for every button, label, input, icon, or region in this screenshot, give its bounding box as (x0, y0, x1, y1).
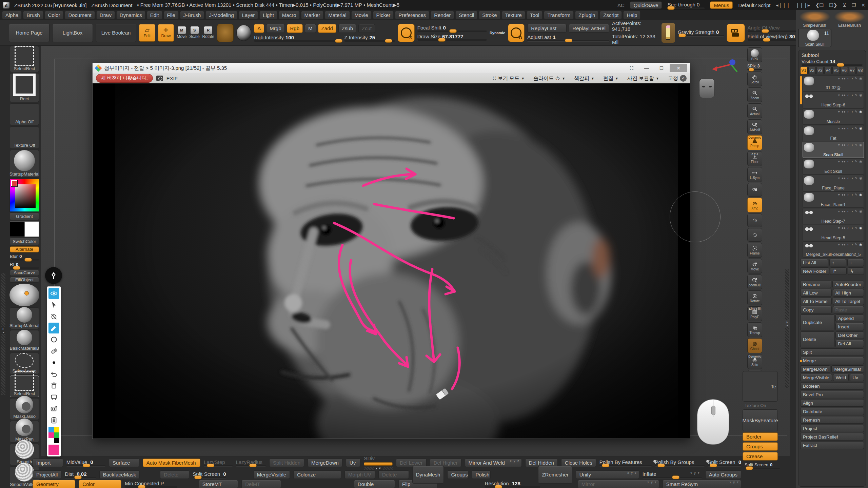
collapse-arrow-icon[interactable]: ▾ (838, 77, 840, 80)
auto-groups-button[interactable]: Auto Groups (705, 470, 741, 479)
list-all-button[interactable]: List All (800, 259, 828, 266)
paint-toggle-icon[interactable]: ●● (842, 126, 846, 130)
visibility-eye-icon[interactable]: ◉ (859, 193, 862, 197)
split-screen-slider-shelf[interactable]: Split Screen0 (743, 462, 780, 469)
draw-button[interactable]: ✛Draw (158, 24, 174, 42)
field-of-view-slider[interactable]: Field of view(deg)30 (748, 34, 803, 41)
color-button[interactable]: Color (79, 480, 121, 488)
visibility-eye-icon[interactable]: ◉ (859, 110, 862, 114)
selectrect-slot[interactable]: SelectRect (10, 46, 39, 72)
bevel-pro-button[interactable]: Bevel Pro (800, 391, 864, 398)
viewer-title-bar[interactable]: 첨부이미지 - 전달 > 5 이미지-3.png [21/52] - 꿀뷰 5.… (93, 63, 690, 73)
mask-by-feature-button[interactable]: MaskByFeature (743, 409, 778, 431)
menu-item-document[interactable]: Document (65, 11, 95, 19)
all-to-home-button[interactable]: All To Home (800, 298, 832, 305)
morph-uv-button[interactable]: Morph UV (344, 470, 375, 479)
menu-item-preferences[interactable]: Preferences (395, 11, 429, 19)
divider-icon[interactable]: ❮❏ (815, 2, 824, 8)
visibility-eye-icon[interactable]: ◉ (859, 93, 862, 97)
subtool-tab-v6[interactable]: V6 (841, 67, 848, 74)
uv-toggle-icon[interactable]: ◑ (851, 243, 853, 246)
uv-toggle-icon[interactable]: ◑ (851, 126, 853, 130)
paint-toggle-icon[interactable]: ●● (842, 110, 846, 114)
switchcolor-slot[interactable]: SwitchColor (10, 221, 39, 245)
visibility-eye-icon[interactable]: ◉ (859, 176, 862, 180)
menu-item-brush[interactable]: Brush (23, 11, 43, 19)
lazystep-slider[interactable]: LazyStep (204, 459, 233, 466)
extract-button[interactable]: Extract (800, 442, 864, 449)
new-version-badge[interactable]: 새 버전이 나왔습니다. (96, 74, 153, 83)
menu-item-color[interactable]: Color (45, 11, 64, 19)
rf-slot[interactable]: Rf0 (10, 262, 39, 269)
menu-item-zplugin[interactable]: Zplugin (575, 11, 598, 19)
collapse-arrow-icon[interactable]: ▾ (838, 143, 840, 147)
uv-toggle-icon[interactable]: ◑ (851, 209, 853, 213)
polish-by-groups-slider[interactable]: Polish By Groups (655, 459, 705, 466)
polyf-strip-button[interactable]: Line FillPolyF (747, 306, 762, 321)
actual-strip-button[interactable]: x1Actual (747, 103, 762, 118)
camlock-strip-button[interactable] (747, 183, 762, 197)
camera-icon[interactable] (727, 24, 745, 42)
weld-button[interactable]: Weld (833, 374, 849, 381)
rotate-strip-button[interactable]: Rotate (747, 290, 762, 305)
edit-button[interactable]: ▱Edit (139, 24, 155, 42)
gradient-button[interactable]: Gradient (10, 212, 39, 220)
selectrect-slot[interactable]: SelectRect (10, 375, 39, 397)
menu-item-help[interactable]: Help (623, 11, 640, 19)
zoom-strip-button[interactable]: Zoom (747, 87, 762, 102)
palette-color-1[interactable] (54, 427, 59, 432)
polypaint-brush-icon[interactable]: ✎ (855, 209, 857, 213)
annotation-pen-badge-icon[interactable] (45, 267, 62, 284)
projectall-button[interactable]: ProjectAll (33, 470, 61, 479)
shaded-toggle-icon[interactable]: ◐ (847, 77, 849, 80)
subtool-row-edit-skull[interactable]: ▾●●◐◑✎◉Edit Skull (803, 158, 864, 175)
polypaint-brush-icon[interactable]: ✎ (855, 110, 857, 114)
window-layout-icon[interactable]: ❏❯ (829, 2, 837, 8)
collapse-arrow-icon[interactable]: ▾ (838, 160, 840, 163)
cursor-icon[interactable] (48, 300, 59, 310)
menu-item-file[interactable]: File (164, 11, 179, 19)
viewer-minimize-button[interactable]: — (640, 64, 653, 72)
sdiv-slider[interactable]: SDiv▲▼ (364, 455, 393, 470)
collapse-arrow-icon[interactable]: ▾ (838, 226, 840, 230)
menus-button[interactable]: Menus (710, 1, 733, 9)
min-connected-p-slider[interactable]: Min Connected P (125, 481, 177, 488)
restore-button[interactable]: ❐ (852, 2, 856, 8)
startupmaterial-slot[interactable]: StartupMaterial (10, 307, 39, 329)
maskpen-slot[interactable]: MaskPen (10, 421, 39, 443)
zsub-chip[interactable]: Zsub (338, 24, 356, 33)
menu-item-alpha[interactable]: Alpha (2, 11, 22, 19)
light-placement-sphere[interactable] (9, 284, 39, 306)
basicmaterialb-slot[interactable]: BasicMaterialB (10, 330, 39, 352)
unify-button[interactable]: x y zUnify (576, 470, 639, 479)
viewer-image-area[interactable] (93, 83, 690, 439)
paint-toggle-icon[interactable]: ●● (842, 243, 846, 246)
move-button[interactable]: MMove (177, 26, 186, 39)
z-intensity-slider[interactable]: Z Intensity25 (344, 35, 395, 42)
uv-toggle-icon[interactable]: ◑ (851, 226, 853, 230)
polish-by-features-slider[interactable]: Polish By Features (599, 459, 652, 466)
paint-toggle-icon[interactable]: ●● (842, 209, 846, 213)
viewer-maximize-button[interactable]: ☐ (655, 64, 668, 72)
split-screen-slider[interactable]: Split Screen 0 (193, 471, 226, 478)
del-higher-button[interactable]: Del Higher (430, 459, 461, 467)
subtool-tab-v8[interactable]: V8 (856, 67, 864, 74)
l-sym-strip-button[interactable]: L.Sym (747, 167, 762, 182)
polish-button[interactable]: Polish (472, 470, 491, 479)
menu-item-texture[interactable]: Texture (502, 11, 525, 19)
rgb-intensity-slider[interactable]: Rgb Intensity100 (254, 35, 342, 42)
dynamic-label[interactable]: Dynamic (490, 31, 505, 35)
bpr-strip-button[interactable]: BPR (747, 47, 762, 62)
visibility-eye-icon[interactable]: ◉ (859, 126, 862, 130)
menu-item-material[interactable]: Material (325, 11, 350, 19)
current-annotation-color[interactable] (48, 445, 59, 455)
menu-item-j-modeling[interactable]: J-Modeling (205, 11, 237, 19)
paint-toggle-icon[interactable]: ●● (842, 193, 846, 197)
mirror-and-weld-button[interactable]: x y zMirror And Weld (465, 459, 522, 467)
exif-button[interactable]: EXIF (166, 76, 178, 81)
visibility-eye-icon[interactable]: ◉ (859, 160, 862, 163)
view-mode-menu[interactable]: ⛶보기 모드▼ (493, 75, 525, 82)
polypaint-brush-icon[interactable]: ✎ (855, 143, 857, 147)
light-dot-icon[interactable] (24, 291, 29, 296)
uv-toggle-icon[interactable]: ◑ (851, 143, 853, 147)
